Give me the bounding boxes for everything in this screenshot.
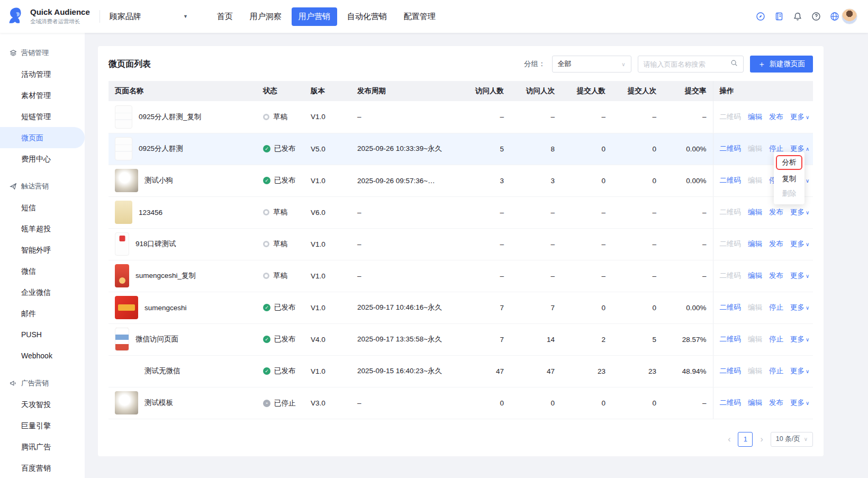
action-更多[interactable]: 更多∧ xyxy=(790,145,809,152)
action-停止[interactable]: 停止 xyxy=(769,367,783,375)
action-编辑[interactable]: 编辑 xyxy=(748,208,762,216)
page-thumbnail xyxy=(115,137,132,160)
prev-page-icon[interactable]: ‹ xyxy=(726,435,733,444)
action-更多[interactable]: 更多∨ xyxy=(790,335,809,343)
action-更多[interactable]: 更多∨ xyxy=(790,367,809,375)
action-编辑[interactable]: 编辑 xyxy=(748,240,762,248)
sidebar-item-活动管理[interactable]: 活动管理 xyxy=(0,64,85,85)
action-更多[interactable]: 更多∨ xyxy=(790,272,809,279)
sidebar-item-邮件[interactable]: 邮件 xyxy=(0,303,85,324)
status-icon: ✓ xyxy=(263,177,270,184)
help-icon[interactable] xyxy=(811,12,821,21)
group-select-value: 全部 xyxy=(558,59,572,69)
action-更多[interactable]: 更多∨ xyxy=(790,113,809,121)
sidebar-item-腾讯广告[interactable]: 腾讯广告 xyxy=(0,436,85,457)
sidebar-sections: 营销管理活动管理素材管理短链管理微页面费用中心触达营销短信瓴羊超投智能外呼微信企… xyxy=(0,42,85,478)
action-发布[interactable]: 发布 xyxy=(769,113,783,121)
column-header: 提交人次 xyxy=(612,81,663,101)
user-avatar[interactable] xyxy=(842,8,857,24)
action-编辑: 编辑 xyxy=(748,303,762,311)
sidebar-item-Webhook[interactable]: Webhook xyxy=(0,345,85,366)
bell-icon[interactable] xyxy=(793,12,802,21)
action-发布[interactable]: 发布 xyxy=(769,272,783,279)
compass-icon[interactable] xyxy=(756,12,765,21)
create-page-label: 新建微页面 xyxy=(770,59,806,69)
nav-item-用户营销[interactable]: 用户营销 xyxy=(292,7,337,26)
app-logo[interactable]: Quick Audience 全域消费者运营增长 xyxy=(7,6,90,26)
page-number[interactable]: 1 xyxy=(738,432,753,447)
cell-period: – xyxy=(351,228,459,260)
menu-item-copy[interactable]: 复制 xyxy=(776,172,802,186)
action-停止[interactable]: 停止 xyxy=(769,145,783,152)
sidebar-item-素材管理[interactable]: 素材管理 xyxy=(0,85,85,106)
action-更多[interactable]: 更多∨ xyxy=(790,240,809,248)
cell-submit_users: 0 xyxy=(561,387,612,419)
sidebar-item-微页面[interactable]: 微页面 xyxy=(0,127,85,148)
sidebar-section-title: 广告营销 xyxy=(0,373,85,394)
action-发布[interactable]: 发布 xyxy=(769,208,783,216)
create-page-button[interactable]: ＋ 新建微页面 xyxy=(750,56,813,73)
nav-item-自动化营销[interactable]: 自动化营销 xyxy=(340,7,394,26)
cell-period: 2025-09-17 13:35:58~永久 xyxy=(351,323,459,355)
status-icon: ✓ xyxy=(263,145,270,152)
page-size-select[interactable]: 10 条/页 ∨ xyxy=(771,432,813,447)
action-停止[interactable]: 停止 xyxy=(769,335,783,343)
globe-icon[interactable] xyxy=(830,12,839,21)
cell-visit_times: 3 xyxy=(510,165,561,196)
action-编辑[interactable]: 编辑 xyxy=(748,113,762,121)
action-更多[interactable]: 更多∨ xyxy=(790,303,809,311)
cell-submit_users: – xyxy=(561,260,612,292)
action-二维码[interactable]: 二维码 xyxy=(720,176,742,184)
nav-item-配置管理[interactable]: 配置管理 xyxy=(397,7,442,26)
column-header: 状态 xyxy=(257,81,304,101)
chevron-down-icon: ∨ xyxy=(621,61,625,67)
action-编辑[interactable]: 编辑 xyxy=(748,272,762,279)
cell-visit_users: – xyxy=(459,196,510,228)
action-二维码[interactable]: 二维码 xyxy=(720,367,742,375)
sidebar-item-费用中心[interactable]: 费用中心 xyxy=(0,148,85,169)
next-page-icon[interactable]: › xyxy=(758,435,765,444)
sidebar-item-企业微信[interactable]: 企业微信 xyxy=(0,282,85,303)
brand-selector[interactable]: 顾家品牌 ▼ xyxy=(110,12,188,22)
sidebar-item-瓴羊超投[interactable]: 瓴羊超投 xyxy=(0,218,85,239)
action-停止[interactable]: 停止 xyxy=(769,303,783,311)
status-badge: 草稿 xyxy=(263,271,287,281)
status-badge: ×已停止 xyxy=(263,399,296,408)
page-title: 微页面列表 xyxy=(108,59,151,70)
search-icon[interactable] xyxy=(730,59,738,69)
app-title: Quick Audience xyxy=(30,7,90,16)
cell-submit_times: 23 xyxy=(612,355,663,387)
menu-item-analyze[interactable]: 分析 xyxy=(776,155,802,170)
action-发布[interactable]: 发布 xyxy=(769,240,783,248)
cell-visit_times: – xyxy=(510,101,561,133)
status-badge: ✓已发布 xyxy=(263,303,296,312)
action-更多[interactable]: 更多∨ xyxy=(790,399,809,407)
sidebar-item-短信[interactable]: 短信 xyxy=(0,197,85,218)
action-二维码[interactable]: 二维码 xyxy=(720,335,742,343)
action-编辑[interactable]: 编辑 xyxy=(748,399,762,407)
sidebar-item-PUSH[interactable]: PUSH xyxy=(0,324,85,345)
status-badge: 草稿 xyxy=(263,112,287,122)
sidebar-item-巨量引擎[interactable]: 巨量引擎 xyxy=(0,415,85,436)
action-二维码[interactable]: 二维码 xyxy=(720,303,742,311)
action-二维码[interactable]: 二维码 xyxy=(720,399,742,407)
cell-submit_rate: 0.00% xyxy=(663,133,713,165)
action-二维码: 二维码 xyxy=(720,240,742,248)
search-input[interactable] xyxy=(644,60,727,68)
logo-icon xyxy=(7,6,25,26)
action-更多[interactable]: 更多∨ xyxy=(790,208,809,216)
sidebar-item-智能外呼[interactable]: 智能外呼 xyxy=(0,239,85,260)
action-发布[interactable]: 发布 xyxy=(769,399,783,407)
nav-item-首页[interactable]: 首页 xyxy=(210,7,240,26)
nav-item-用户洞察[interactable]: 用户洞察 xyxy=(243,7,288,26)
cell-submit_rate: 48.94% xyxy=(663,355,713,387)
sidebar-item-短链管理[interactable]: 短链管理 xyxy=(0,106,85,127)
sidebar-item-百度营销[interactable]: 百度营销 xyxy=(0,457,85,478)
notebook-icon[interactable] xyxy=(774,12,784,21)
sidebar-item-天攻智投[interactable]: 天攻智投 xyxy=(0,394,85,415)
status-icon: × xyxy=(263,400,270,407)
sidebar-item-微信[interactable]: 微信 xyxy=(0,260,85,282)
page-name: 测试小狗 xyxy=(144,176,173,185)
group-select[interactable]: 全部 ∨ xyxy=(552,56,631,73)
action-二维码[interactable]: 二维码 xyxy=(720,145,742,152)
